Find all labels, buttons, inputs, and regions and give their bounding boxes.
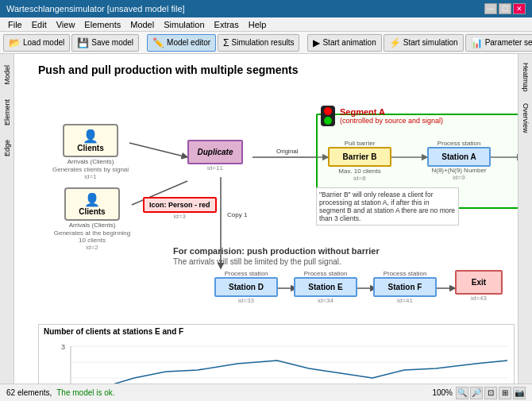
info-box: "Barrier B" will only release a client f… [316,187,459,226]
zoom-out-button[interactable]: 🔍 [456,387,468,399]
zoom-in-button[interactable]: 🔎 [470,387,483,399]
station-f-label: Station F [388,283,422,291]
results-icon: Σ [223,37,229,48]
icon-person-id: id=3 [174,213,186,220]
toolbar: 📂 Load model 💾 Save model ✏️ Model edito… [0,32,532,54]
chart-area: Number of clients at stations E and F 3 [38,324,515,384]
station-d-top-label: Process station [225,270,268,277]
station-e-top-label: Process station [304,270,348,277]
source2-icon: 👤 [84,192,100,207]
source1-node[interactable]: 👤 Clients Arrivals (Clients) Generates c… [52,124,129,180]
menubar: File Edit View Elements Model Simulation… [0,17,532,32]
segment-a-title: Segment A (controlled by source and sign… [340,107,443,125]
status-left: 62 elements, The model is ok. [6,388,115,397]
chart-title: Number of clients at stations E and F [39,325,514,338]
station-f-id: id=41 [397,297,413,304]
titlebar-controls: — ☐ ✕ [484,3,526,14]
menu-model[interactable]: Model [125,19,159,30]
animation-icon: ▶ [313,37,320,48]
start-animation-button[interactable]: ▶ Start animation [307,34,381,52]
station-a-top-label: Process station [438,140,481,147]
duplicate-id: id=11 [207,164,223,172]
source2-arrivals: Arrivals (Clients) [69,222,116,229]
titlebar: Warteschlangensimulator [unsaved model f… [0,0,532,17]
exit-id: id=43 [471,295,487,302]
right-sidebar: Heatmap Overview [518,54,532,384]
barrier-b-sublabel: Max. 10 clients [338,168,380,175]
exit-label: Exit [472,278,486,287]
sidebar-overview[interactable]: Overview [520,101,531,136]
parameter-icon: 📊 [471,37,483,48]
svg-text:3: 3 [61,343,65,351]
menu-help[interactable]: Help [244,19,272,30]
load-icon: 📂 [9,37,21,48]
zoom-reset-button[interactable]: ⊡ [484,387,497,399]
station-a-label: Station A [441,152,476,161]
station-d-node[interactable]: Process station Station D id=33 [214,270,278,304]
source1-icon: 👤 [83,129,98,144]
source1-arrivals: Arrivals (Clients) [67,158,114,165]
source1-label: Clients [77,144,103,152]
menu-edit[interactable]: Edit [27,19,52,30]
maximize-button[interactable]: ☐ [499,3,511,14]
tl-green [324,117,332,125]
save-model-button[interactable]: 💾 Save model [71,34,139,52]
station-f-top-label: Process station [384,270,427,277]
barrier-b-node[interactable]: Pull barrier Barrier B Max. 10 clients i… [328,140,391,182]
menu-view[interactable]: View [52,19,80,30]
station-e-node[interactable]: Process station Station E id=34 [294,270,357,304]
sidebar-element[interactable]: Element [2,96,13,129]
close-button[interactable]: ✕ [513,3,526,14]
traffic-light [321,106,335,126]
icon-person-node[interactable]: Icon: Person - red id=3 [143,197,217,220]
left-sidebar: Model Element Edge [0,54,14,384]
tl-red [324,107,332,115]
compare-subtitle: The arrivals will still be limited by th… [173,257,341,266]
sidebar-edge[interactable]: Edge [2,137,13,160]
canvas-title: Push and pull production with multiple s… [38,64,298,76]
status-right: 100% 🔍 🔎 ⊡ ⊞ 📷 [432,387,526,399]
station-a-id: id=9 [453,174,465,181]
barrier-top-label: Pull barrier [345,140,376,147]
menu-file[interactable]: File [3,19,27,30]
station-e-id: id=34 [318,297,333,304]
titlebar-title: Warteschlangensimulator [unsaved model f… [6,4,185,13]
menu-extras[interactable]: Extras [210,19,244,30]
station-a-sublabel: N(8)+(N(9) Number [431,167,486,174]
minimize-button[interactable]: — [484,3,497,14]
station-a-node[interactable]: Process station Station A N(8)+(N(9) Num… [427,140,491,181]
save-icon: 💾 [77,37,89,48]
status-model-ok: The model is ok. [56,388,114,397]
zoom-level: 100% [432,388,453,397]
station-d-id: id=33 [238,297,254,304]
menu-elements[interactable]: Elements [79,19,125,30]
status-elements: 62 elements, [6,388,52,397]
source1-id: id=1 [84,173,96,180]
station-f-node[interactable]: Process station Station F id=41 [373,270,437,304]
simulation-icon: ⚡ [389,37,401,48]
source2-label: Clients [79,207,105,216]
statusbar: 62 elements, The model is ok. 100% 🔍 🔎 ⊡… [0,384,532,401]
source2-desc: Generates at the beginning 10 clients [52,229,132,244]
editor-icon: ✏️ [152,37,164,48]
compare-title: For comparision: push production without… [173,246,380,256]
simulation-results-button[interactable]: Σ Simulation results [218,34,299,52]
parameter-series-button[interactable]: 📊 Parameter series [465,34,532,52]
start-simulation-button[interactable]: ⚡ Start simulation [384,34,464,52]
chart-svg: 3 [39,338,515,384]
sidebar-model[interactable]: Model [2,62,13,88]
menu-simulation[interactable]: Simulation [159,19,209,30]
station-e-label: Station E [308,283,342,291]
load-model-button[interactable]: 📂 Load model [3,34,70,52]
zoom-fit-button[interactable]: ⊞ [499,387,511,399]
exit-node[interactable]: Exit id=43 [455,270,503,302]
zoom-export-button[interactable]: 📷 [513,387,526,399]
svg-line-0 [129,143,187,157]
source2-node[interactable]: 👤 Clients Arrivals (Clients) Generates a… [52,187,132,251]
canvas-area[interactable]: Push and pull production with multiple s… [14,54,518,384]
duplicate-node[interactable]: Duplicate id=11 [187,140,243,172]
model-editor-button[interactable]: ✏️ Model editor [147,34,216,52]
sidebar-heatmap[interactable]: Heatmap [520,60,531,94]
original-label: Original [276,148,299,155]
barrier-b-label: Barrier B [343,152,377,161]
